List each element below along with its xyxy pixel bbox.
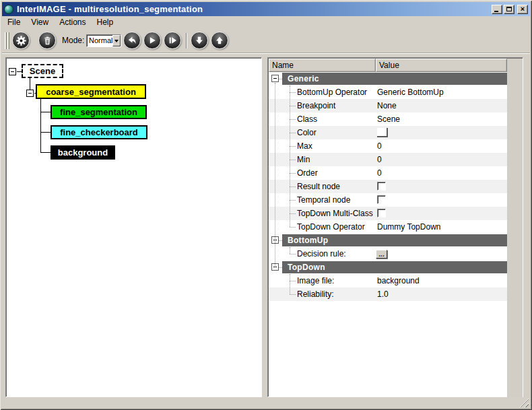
tree-line <box>290 274 290 294</box>
up-arrow-icon <box>214 35 225 46</box>
property-name: Color <box>297 126 317 139</box>
property-value: 0 <box>377 153 382 166</box>
tree-node-fine-segmentation[interactable]: fine_segmentation <box>51 105 147 119</box>
move-up-button[interactable] <box>211 32 228 49</box>
column-header-name[interactable]: Name <box>269 59 376 72</box>
semantic-net-panel: Scene coarse_segmentation fine_segmentat… <box>5 57 262 397</box>
property-name: Image file: <box>297 274 334 287</box>
step-forward-icon <box>167 35 178 46</box>
tree-line <box>290 86 290 227</box>
section-expander-icon[interactable] <box>271 75 279 82</box>
property-value: 0 <box>377 166 382 180</box>
property-name: TopDown Operator <box>297 220 365 234</box>
tree-line <box>40 99 41 153</box>
ellipsis-button[interactable]: ... <box>376 250 387 259</box>
minimize-button[interactable] <box>492 5 502 14</box>
property-value: 1.0 <box>377 287 389 301</box>
column-header-value[interactable]: Value <box>376 59 507 72</box>
toolbar-separator <box>186 33 187 48</box>
property-row: Result node <box>269 180 507 193</box>
gear-icon <box>15 35 27 46</box>
window-title: InterIMAGE - multiresolution_segmentatio… <box>17 4 203 14</box>
tree-node-fine-checkerboard[interactable]: fine_checkerboard <box>51 125 147 139</box>
tree-node-scene[interactable]: Scene <box>22 64 63 78</box>
menu-actions[interactable]: Actions <box>54 17 91 28</box>
menu-bar: File View Actions Help <box>2 16 530 28</box>
coarse-segmentation-expander-icon[interactable] <box>26 90 34 97</box>
color-swatch[interactable] <box>377 128 388 137</box>
property-row: TopDown Multi-Class <box>269 207 507 220</box>
property-row: Temporal node <box>269 193 507 207</box>
combo-dropdown-button[interactable] <box>112 35 121 46</box>
move-down-button[interactable] <box>191 32 208 49</box>
maximize-button[interactable] <box>504 5 514 14</box>
property-value: Generic BottomUp <box>377 86 444 99</box>
property-row: Order0 <box>269 166 507 180</box>
property-value: 0 <box>377 139 382 153</box>
interimage-sphere-icon <box>4 5 13 14</box>
properties-panel: Name Value GenericBottomUp OperatorGener… <box>267 57 523 397</box>
property-name: Order <box>297 166 318 180</box>
property-name: Decision rule: <box>297 247 346 261</box>
mode-combobox[interactable]: Normal <box>86 34 121 47</box>
scene-expander-icon[interactable] <box>9 68 16 75</box>
play-icon <box>147 35 158 46</box>
status-bar <box>2 397 530 408</box>
menu-file[interactable]: File <box>2 17 26 28</box>
resize-grip-icon[interactable] <box>519 398 529 407</box>
settings-button[interactable] <box>12 32 30 49</box>
property-row: TopDown OperatorDummy TopDown <box>269 220 507 234</box>
property-name: TopDown Multi-Class <box>297 207 373 220</box>
app-window: InterIMAGE - multiresolution_segmentatio… <box>0 0 532 410</box>
down-arrow-icon <box>194 35 205 46</box>
property-section-header: BottomUp <box>269 234 507 247</box>
property-section-header: TopDown <box>269 261 507 274</box>
property-row: ClassScene <box>269 112 507 126</box>
property-section-header: Generic <box>269 72 507 86</box>
property-row: Image file:background <box>269 274 507 287</box>
property-name: BottomUp Operator <box>297 86 367 99</box>
tree-node-coarse-segmentation[interactable]: coarse_segmentation <box>36 84 146 99</box>
tree-line <box>40 132 51 133</box>
tree-line <box>275 83 275 267</box>
property-name: Result node <box>297 180 340 193</box>
trash-icon <box>42 36 53 46</box>
tree-line <box>290 247 290 254</box>
step-execute-button[interactable] <box>164 32 181 49</box>
checkbox-unchecked[interactable] <box>377 182 386 191</box>
property-name: Breakpoint <box>297 99 335 112</box>
property-value: background <box>377 274 420 287</box>
property-rows: GenericBottomUp OperatorGeneric BottomUp… <box>269 72 507 304</box>
delete-button[interactable] <box>38 32 56 49</box>
tree-node-background[interactable]: background <box>51 145 115 160</box>
property-row: Decision rule:... <box>269 247 507 261</box>
close-button[interactable]: × <box>517 5 528 14</box>
tree-line <box>30 77 30 90</box>
menu-view[interactable]: View <box>26 17 54 28</box>
undo-button[interactable] <box>123 32 141 49</box>
menu-help[interactable]: Help <box>92 17 119 28</box>
execute-button[interactable] <box>143 32 161 49</box>
property-value: Dummy TopDown <box>377 220 440 234</box>
tree-line <box>40 112 51 112</box>
chevron-down-icon <box>114 40 119 42</box>
property-row: BreakpointNone <box>269 99 507 112</box>
panel-splitter[interactable] <box>262 57 267 397</box>
maximize-icon <box>506 7 512 11</box>
property-row: Max0 <box>269 139 507 153</box>
toolbar: Mode: Normal <box>2 28 530 53</box>
section-title: TopDown <box>282 261 507 273</box>
checkbox-unchecked[interactable] <box>377 209 386 217</box>
property-name: Temporal node <box>297 193 350 207</box>
section-title: Generic <box>282 73 507 85</box>
mode-label: Mode: <box>62 28 84 53</box>
property-value: None <box>377 99 397 112</box>
title-bar[interactable]: InterIMAGE - multiresolution_segmentatio… <box>2 2 530 16</box>
checkbox-unchecked[interactable] <box>377 195 386 204</box>
tree-line <box>40 152 51 153</box>
tree-line <box>17 71 22 72</box>
property-row: Color <box>269 126 507 139</box>
property-name: Reliability: <box>297 287 334 301</box>
toolbar-gripper[interactable] <box>5 32 9 49</box>
property-value: Scene <box>377 112 400 126</box>
